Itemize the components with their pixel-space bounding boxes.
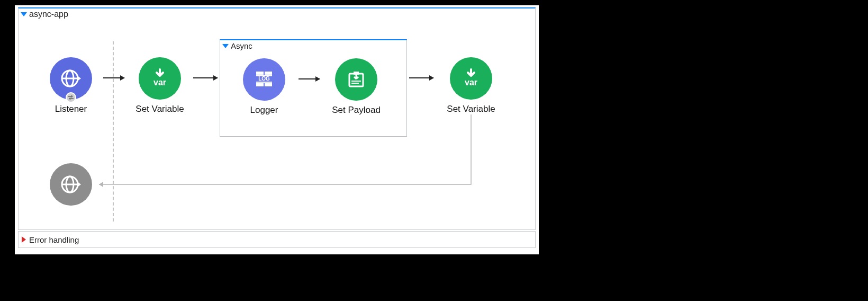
return-arrow-icon bbox=[19, 8, 536, 231]
expand-error-icon[interactable] bbox=[22, 236, 26, 243]
error-handling-panel[interactable]: Error handling bbox=[18, 231, 536, 248]
flow-editor-canvas: async-app Listener bbox=[15, 5, 539, 254]
flow-panel[interactable]: async-app Listener bbox=[18, 7, 536, 230]
error-panel-title: Error handling bbox=[29, 235, 79, 244]
